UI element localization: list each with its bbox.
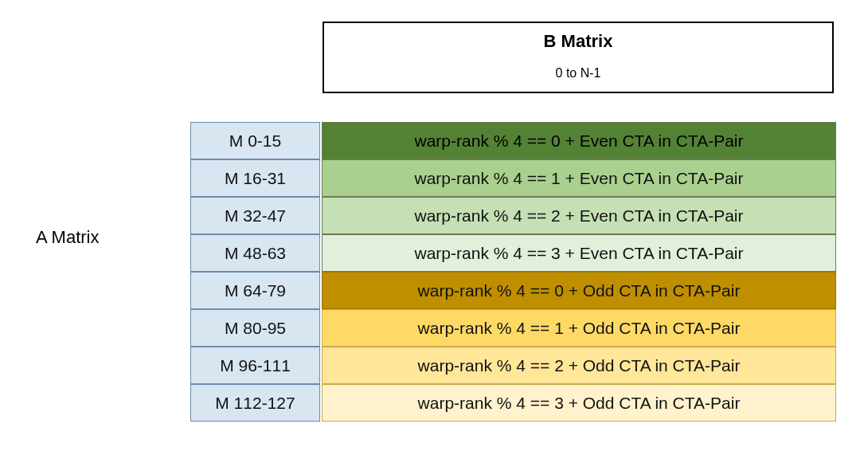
table-row: M 96-111 warp-rank % 4 == 2 + Odd CTA in…: [190, 347, 836, 384]
warp-desc-cell: warp-rank % 4 == 1 + Odd CTA in CTA-Pair: [322, 309, 836, 347]
table-row: M 112-127 warp-rank % 4 == 3 + Odd CTA i…: [190, 384, 836, 422]
m-range-cell: M 96-111: [190, 347, 320, 384]
table-row: M 80-95 warp-rank % 4 == 1 + Odd CTA in …: [190, 309, 836, 347]
warp-desc-cell: warp-rank % 4 == 2 + Odd CTA in CTA-Pair: [322, 347, 836, 384]
warp-desc-cell: warp-rank % 4 == 1 + Even CTA in CTA-Pai…: [322, 159, 836, 197]
warp-desc-cell: warp-rank % 4 == 0 + Even CTA in CTA-Pai…: [322, 122, 836, 159]
table-row: M 0-15 warp-rank % 4 == 0 + Even CTA in …: [190, 122, 836, 159]
m-range-cell: M 80-95: [190, 309, 320, 347]
table-row: M 64-79 warp-rank % 4 == 0 + Odd CTA in …: [190, 272, 836, 309]
warp-desc-cell: warp-rank % 4 == 2 + Even CTA in CTA-Pai…: [322, 197, 836, 234]
m-range-cell: M 48-63: [190, 234, 320, 272]
m-range-cell: M 112-127: [190, 384, 320, 422]
m-range-cell: M 0-15: [190, 122, 320, 159]
b-matrix-title: B Matrix: [324, 31, 832, 52]
table-row: M 16-31 warp-rank % 4 == 1 + Even CTA in…: [190, 159, 836, 197]
matrix-grid: M 0-15 warp-rank % 4 == 0 + Even CTA in …: [190, 122, 836, 422]
warp-desc-cell: warp-rank % 4 == 3 + Even CTA in CTA-Pai…: [322, 234, 836, 272]
table-row: M 32-47 warp-rank % 4 == 2 + Even CTA in…: [190, 197, 836, 234]
b-matrix-range: 0 to N-1: [324, 66, 832, 80]
table-row: M 48-63 warp-rank % 4 == 3 + Even CTA in…: [190, 234, 836, 272]
m-range-cell: M 16-31: [190, 159, 320, 197]
a-matrix-label: A Matrix: [36, 227, 99, 248]
warp-desc-cell: warp-rank % 4 == 0 + Odd CTA in CTA-Pair: [322, 272, 836, 309]
warp-desc-cell: warp-rank % 4 == 3 + Odd CTA in CTA-Pair: [322, 384, 836, 422]
m-range-cell: M 32-47: [190, 197, 320, 234]
b-matrix-box: B Matrix 0 to N-1: [323, 22, 834, 93]
m-range-cell: M 64-79: [190, 272, 320, 309]
